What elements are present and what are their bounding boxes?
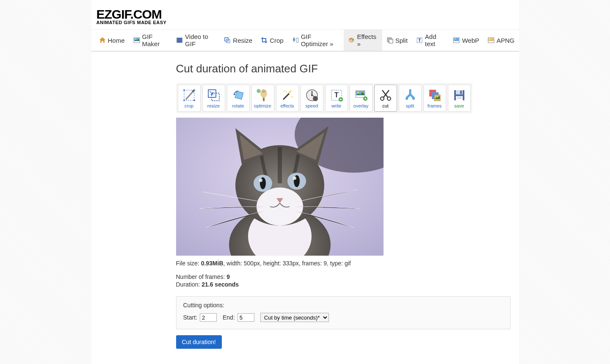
start-input[interactable] <box>200 313 217 322</box>
end-input[interactable] <box>237 313 254 322</box>
main-content: Cut duration of animated GIF crop resize… <box>91 52 519 357</box>
svg-rect-40 <box>235 91 243 99</box>
film-icon <box>176 37 183 44</box>
svg-point-55 <box>381 97 384 100</box>
optimize-tool-icon <box>256 88 270 102</box>
tool-speed[interactable]: speed <box>301 85 323 112</box>
frames-tool-icon <box>428 88 442 102</box>
effects-tool-icon <box>281 88 294 102</box>
end-label: End: <box>223 314 235 321</box>
tool-label: speed <box>306 103 318 108</box>
picture-icon <box>453 37 460 44</box>
nav-label: APNG <box>497 37 515 44</box>
svg-point-29 <box>455 39 456 40</box>
nav-gif-maker[interactable]: GIF Maker <box>129 30 172 51</box>
nav-video-to-gif[interactable]: Video to GIF <box>172 30 220 51</box>
svg-point-79 <box>293 176 296 180</box>
svg-point-36 <box>183 99 185 101</box>
tool-overlay[interactable]: overlay <box>350 85 373 112</box>
nav-label: Resize <box>233 37 252 44</box>
tool-label: resize <box>207 103 220 108</box>
tool-rotate[interactable]: rotate <box>227 85 250 112</box>
nav-label: GIF Optimizer » <box>301 33 340 47</box>
page-title: Cut duration of animated GIF <box>176 62 511 75</box>
options-title: Cutting options: <box>183 302 503 309</box>
nav-label: Crop <box>270 37 284 44</box>
svg-point-35 <box>193 89 195 91</box>
cutting-options-box: Cutting options: Start: End: Cut by time… <box>176 296 511 329</box>
frames-label: Number of frames: <box>176 273 227 280</box>
nav-webp[interactable]: WebP <box>449 30 483 51</box>
logo-subtitle: ANIMATED GIFS MADE EASY <box>97 20 514 25</box>
nav-add-text[interactable]: T Add text <box>412 30 449 51</box>
nav-label: GIF Maker <box>142 33 168 47</box>
svg-point-56 <box>387 97 391 100</box>
crop-tool-icon <box>182 88 196 102</box>
picture-icon <box>133 37 140 44</box>
tool-write[interactable]: T write <box>325 85 348 112</box>
compress-icon <box>292 37 299 44</box>
crop-icon <box>261 37 268 44</box>
tool-label: optimize <box>254 103 271 108</box>
write-tool-icon: T <box>330 88 343 102</box>
resize-icon <box>224 37 231 44</box>
nav-apng[interactable]: APNG <box>483 30 519 51</box>
svg-point-76 <box>259 179 262 182</box>
tool-label: cut <box>382 103 389 108</box>
svg-rect-10 <box>182 38 182 39</box>
duration-value: 21.6 seconds <box>201 281 239 288</box>
tool-cut[interactable]: cut <box>374 85 397 112</box>
nav-home[interactable]: Home <box>95 30 129 51</box>
nav-resize[interactable]: Resize <box>220 30 257 51</box>
svg-rect-7 <box>177 39 177 40</box>
cut-mode-select[interactable]: Cut by time (seconds)* <box>260 313 329 322</box>
home-icon <box>99 37 106 44</box>
nav-effects[interactable]: Effects » <box>344 30 382 51</box>
nav-split[interactable]: Split <box>382 30 412 51</box>
svg-rect-66 <box>457 97 462 97</box>
svg-rect-24 <box>389 39 393 43</box>
nav-label: Split <box>395 37 408 44</box>
svg-point-47 <box>313 96 318 101</box>
cut-duration-button[interactable]: Cut duration! <box>176 335 222 349</box>
speed-tool-icon <box>305 88 319 102</box>
nav-optimizer[interactable]: GIF Optimizer » <box>288 30 344 51</box>
start-label: Start: <box>183 314 197 321</box>
nav-label: Add text <box>425 33 445 47</box>
svg-rect-13 <box>182 42 182 42</box>
tool-toolbar: crop resize rotate optimize effects spee… <box>176 83 472 113</box>
svg-point-37 <box>193 99 195 101</box>
nav-crop[interactable]: Crop <box>257 30 288 51</box>
svg-point-44 <box>258 90 259 91</box>
svg-rect-3 <box>177 38 182 43</box>
kitten-image <box>176 118 384 256</box>
main-navbar: Home GIF Maker Video to GIF Resize Crop … <box>91 29 519 52</box>
options-form-row: Start: End: Cut by time (seconds)* <box>183 313 503 322</box>
tool-split[interactable]: split <box>399 85 422 112</box>
resize-tool-icon <box>207 88 221 102</box>
stack-icon <box>386 37 393 44</box>
svg-rect-12 <box>182 41 182 41</box>
svg-point-53 <box>357 92 359 94</box>
nav-label: WebP <box>462 37 479 44</box>
text-icon: T <box>416 37 423 44</box>
tool-optimize[interactable]: optimize <box>251 85 274 112</box>
tool-crop[interactable]: crop <box>178 85 201 112</box>
svg-point-20 <box>353 39 354 41</box>
tool-effects[interactable]: effects <box>276 85 299 112</box>
preview-image <box>176 118 384 256</box>
svg-rect-6 <box>177 38 177 39</box>
svg-point-21 <box>352 41 353 42</box>
svg-rect-28 <box>454 38 459 41</box>
header: EZGIF.COM ANIMATED GIFS MADE EASY <box>91 0 519 29</box>
duration-label: Duration: <box>176 281 202 288</box>
tool-save[interactable]: save <box>448 85 471 112</box>
file-meta: File size: 0.93MiB, width: 500px, height… <box>176 260 511 267</box>
tool-frames[interactable]: frames <box>423 85 446 112</box>
tool-label: rotate <box>232 103 244 108</box>
svg-point-57 <box>406 97 408 100</box>
svg-point-34 <box>183 89 185 91</box>
svg-point-58 <box>412 97 415 100</box>
tool-resize[interactable]: resize <box>202 85 225 112</box>
duration-info: Duration: 21.6 seconds <box>176 281 511 288</box>
